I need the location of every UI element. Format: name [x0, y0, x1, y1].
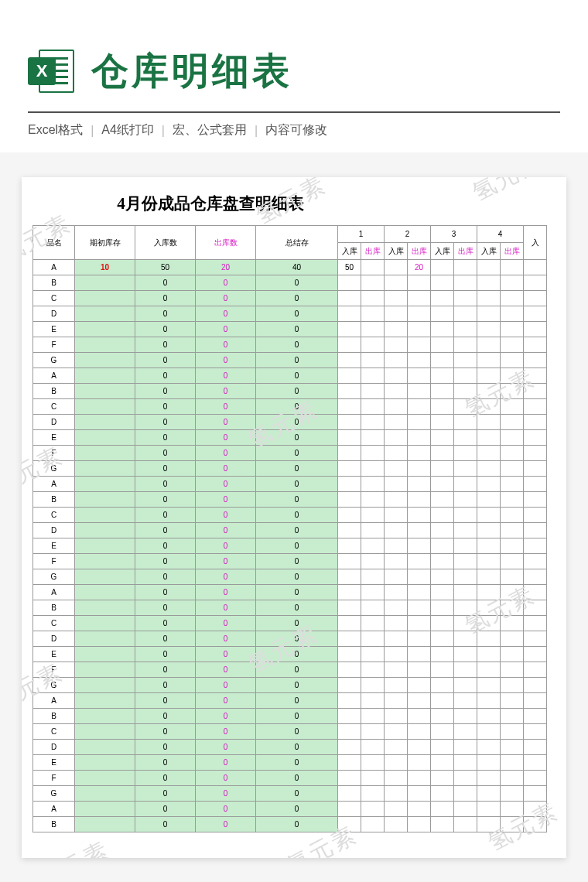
cell-day-in[interactable] [477, 322, 501, 337]
cell-day-in[interactable] [385, 786, 408, 802]
cell-in[interactable]: 0 [135, 569, 196, 585]
cell-out[interactable]: 0 [196, 291, 256, 306]
cell-opening[interactable] [75, 538, 135, 554]
cell-day-out[interactable] [454, 461, 477, 477]
cell-balance[interactable]: 0 [256, 508, 338, 523]
cell-day-cut[interactable] [524, 647, 547, 662]
cell-day-in[interactable] [477, 600, 501, 616]
cell-day-out[interactable] [408, 384, 431, 399]
cell-in[interactable]: 0 [135, 554, 196, 569]
cell-day-cut[interactable] [524, 368, 547, 384]
cell-day-in[interactable] [338, 415, 361, 430]
cell-day-in[interactable] [477, 275, 501, 291]
cell-balance[interactable]: 0 [256, 786, 338, 802]
cell-out[interactable]: 0 [196, 693, 256, 709]
cell-day-in[interactable] [431, 446, 454, 461]
cell-day-out[interactable] [361, 802, 385, 817]
cell-out[interactable]: 0 [196, 662, 256, 678]
cell-day-out[interactable] [361, 275, 385, 291]
cell-day-in[interactable] [477, 353, 501, 368]
cell-out[interactable]: 0 [196, 554, 256, 569]
cell-day-in[interactable] [477, 368, 501, 384]
cell-day-cut[interactable] [524, 724, 547, 740]
cell-day-in[interactable] [477, 430, 501, 446]
cell-day-out[interactable] [454, 291, 477, 306]
cell-day-out[interactable] [408, 461, 431, 477]
cell-day-in[interactable] [385, 802, 408, 817]
cell-day-in[interactable] [385, 446, 408, 461]
cell-day-in[interactable] [338, 477, 361, 492]
cell-day-in[interactable] [338, 616, 361, 631]
cell-in[interactable]: 0 [135, 430, 196, 446]
cell-day-in[interactable] [338, 554, 361, 569]
cell-day-out[interactable] [454, 709, 477, 724]
cell-day-out[interactable] [361, 368, 385, 384]
cell-balance[interactable]: 0 [256, 678, 338, 693]
cell-day-in[interactable] [338, 740, 361, 755]
cell-name[interactable]: D [33, 306, 75, 322]
cell-day-in[interactable] [477, 693, 501, 709]
cell-balance[interactable]: 0 [256, 693, 338, 709]
cell-day-out[interactable] [361, 337, 385, 353]
cell-day-out[interactable] [501, 740, 524, 755]
cell-opening[interactable]: 10 [75, 260, 135, 275]
cell-day-out[interactable] [361, 724, 385, 740]
cell-day-in[interactable] [338, 585, 361, 600]
cell-day-in[interactable] [477, 771, 501, 786]
cell-day-out[interactable] [454, 260, 477, 275]
cell-day-cut[interactable] [524, 554, 547, 569]
cell-out[interactable]: 0 [196, 275, 256, 291]
cell-name[interactable]: A [33, 368, 75, 384]
cell-in[interactable]: 0 [135, 538, 196, 554]
cell-day-in[interactable] [385, 709, 408, 724]
cell-day-out[interactable] [501, 616, 524, 631]
cell-name[interactable]: A [33, 260, 75, 275]
cell-name[interactable]: E [33, 755, 75, 771]
cell-day-out[interactable] [361, 817, 385, 832]
cell-day-out[interactable] [454, 554, 477, 569]
cell-day-cut[interactable] [524, 538, 547, 554]
cell-day-out[interactable] [361, 585, 385, 600]
cell-day-out[interactable] [501, 755, 524, 771]
cell-day-out[interactable] [408, 554, 431, 569]
cell-day-in[interactable] [431, 709, 454, 724]
cell-day-in[interactable] [338, 817, 361, 832]
cell-day-out[interactable] [361, 523, 385, 538]
cell-day-in[interactable] [431, 275, 454, 291]
cell-day-out[interactable] [361, 600, 385, 616]
cell-day-out[interactable] [501, 600, 524, 616]
cell-day-in[interactable]: 50 [338, 260, 361, 275]
cell-day-out[interactable] [408, 786, 431, 802]
cell-day-in[interactable] [338, 709, 361, 724]
cell-day-in[interactable] [385, 337, 408, 353]
cell-in[interactable]: 0 [135, 384, 196, 399]
cell-day-in[interactable] [385, 399, 408, 415]
cell-opening[interactable] [75, 384, 135, 399]
cell-day-out[interactable] [408, 368, 431, 384]
cell-day-out[interactable] [454, 724, 477, 740]
cell-day-out[interactable] [501, 430, 524, 446]
cell-in[interactable]: 0 [135, 647, 196, 662]
cell-balance[interactable]: 0 [256, 647, 338, 662]
cell-name[interactable]: F [33, 662, 75, 678]
cell-day-out[interactable] [501, 678, 524, 693]
cell-day-out[interactable] [501, 275, 524, 291]
cell-day-out[interactable] [501, 585, 524, 600]
cell-in[interactable]: 0 [135, 585, 196, 600]
cell-day-in[interactable] [385, 616, 408, 631]
cell-day-out[interactable] [501, 322, 524, 337]
cell-opening[interactable] [75, 368, 135, 384]
cell-day-in[interactable] [431, 306, 454, 322]
cell-day-in[interactable] [338, 678, 361, 693]
cell-name[interactable]: F [33, 446, 75, 461]
cell-day-in[interactable] [385, 538, 408, 554]
cell-day-out[interactable] [408, 322, 431, 337]
cell-day-in[interactable] [338, 647, 361, 662]
cell-out[interactable]: 0 [196, 399, 256, 415]
cell-name[interactable]: C [33, 291, 75, 306]
cell-day-in[interactable] [338, 755, 361, 771]
cell-day-out[interactable] [501, 508, 524, 523]
cell-day-in[interactable] [385, 461, 408, 477]
cell-day-in[interactable] [338, 538, 361, 554]
cell-day-in[interactable] [431, 647, 454, 662]
